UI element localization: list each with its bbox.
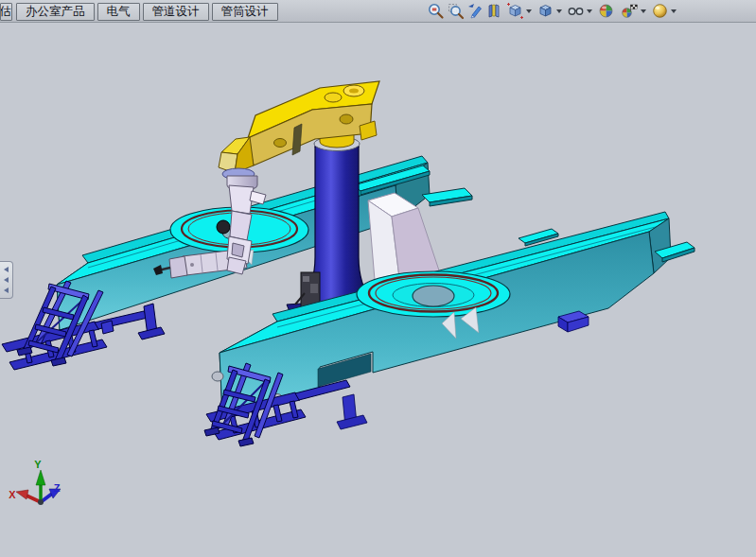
- x-axis-label: X: [9, 489, 16, 500]
- view-orientation-dropdown[interactable]: [526, 9, 532, 13]
- z-axis-label: Z: [54, 482, 61, 494]
- tab-tubing-design[interactable]: 管筒设计: [212, 3, 278, 21]
- zoom-to-area-icon[interactable]: [446, 1, 466, 21]
- view-orientation-icon[interactable]: [505, 1, 525, 21]
- graphics-viewport[interactable]: X Y Z: [0, 0, 756, 557]
- display-style-icon[interactable]: [536, 1, 555, 21]
- triple-left-arrows-icon: [4, 287, 9, 293]
- previous-view-icon[interactable]: [466, 1, 485, 21]
- triple-left-arrows-icon: [4, 267, 9, 272]
- feature-panel-expand-button[interactable]: [0, 261, 13, 299]
- tab-electrical[interactable]: 电气: [97, 3, 140, 21]
- view-settings-dropdown[interactable]: [671, 9, 677, 13]
- application-window: X Y Z 估 办公室产品 电气 管道设计 管筒设计: [0, 0, 756, 557]
- command-toolbar: 估 办公室产品 电气 管道设计 管筒设计: [0, 0, 756, 23]
- heads-up-view-toolbar: [426, 1, 680, 21]
- tab-evaluate-partial[interactable]: 估: [0, 3, 12, 21]
- hide-show-items-dropdown[interactable]: [587, 9, 592, 13]
- apply-scene-icon[interactable]: [620, 1, 640, 21]
- display-style-dropdown[interactable]: [556, 9, 562, 13]
- view-settings-icon[interactable]: [650, 1, 670, 21]
- hide-show-items-icon[interactable]: [566, 1, 586, 21]
- triple-left-arrows-icon: [4, 277, 9, 283]
- tab-piping-design[interactable]: 管道设计: [143, 3, 209, 21]
- command-manager-tabs: 估 办公室产品 电气 管道设计 管筒设计: [0, 3, 281, 21]
- tab-office-products[interactable]: 办公室产品: [16, 3, 95, 21]
- front-ring-boss[interactable]: [357, 271, 510, 317]
- y-axis-label: Y: [34, 459, 42, 470]
- apply-scene-dropdown[interactable]: [641, 9, 646, 13]
- section-view-icon[interactable]: [485, 1, 505, 21]
- zoom-to-fit-icon[interactable]: [426, 1, 446, 21]
- edit-appearance-icon[interactable]: [596, 1, 616, 21]
